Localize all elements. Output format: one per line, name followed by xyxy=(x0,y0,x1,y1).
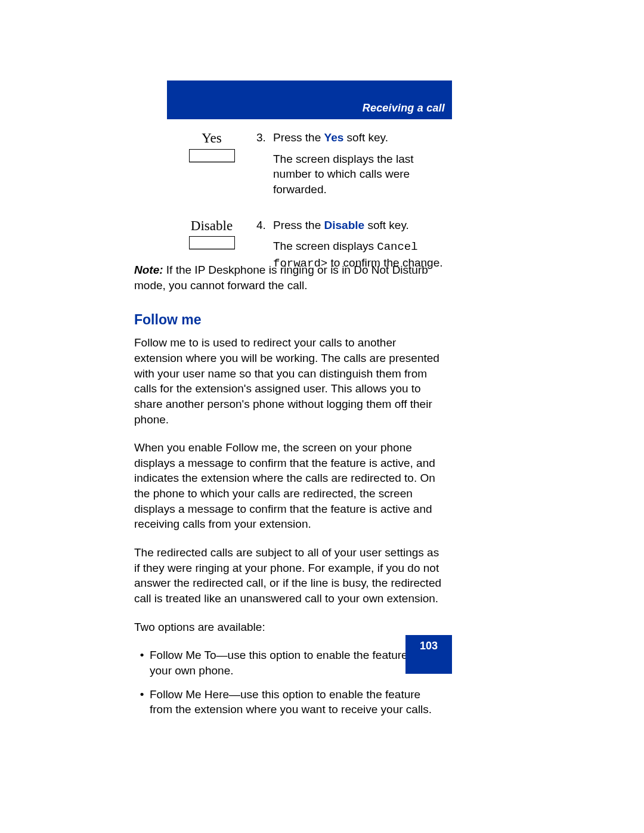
step-line: 4. Press the Disable soft key. xyxy=(256,218,452,233)
softkey-label-disable: Disable xyxy=(167,218,256,234)
paragraph: When you enable Follow me, the screen on… xyxy=(134,440,446,532)
text-fragment: soft key. xyxy=(364,219,409,231)
bullet-icon: • xyxy=(134,687,150,717)
step-number: 4. xyxy=(256,218,273,233)
step-line: 3. Press the Yes soft key. xyxy=(256,130,452,145)
softkey-box-icon xyxy=(189,149,235,162)
header-bar: Receiving a call xyxy=(167,80,452,119)
bullet-list: • Follow Me To—use this option to enable… xyxy=(134,648,446,717)
list-item-text: Follow Me Here—use this option to enable… xyxy=(150,687,446,717)
list-item-text: Follow Me To—use this option to enable t… xyxy=(150,648,446,678)
text-fragment: soft key. xyxy=(343,131,388,144)
document-page: Receiving a call Yes 3. Press the Yes so… xyxy=(0,0,644,833)
step-subtext: The screen displays the last number to w… xyxy=(273,151,452,197)
note-text: If the IP Deskphone is ringing or is in … xyxy=(134,264,428,292)
softkey-box-icon xyxy=(189,236,235,249)
step-number: 3. xyxy=(256,130,273,145)
paragraph: The redirected calls are subject to all … xyxy=(134,545,446,606)
step-text: 3. Press the Yes soft key. The screen di… xyxy=(256,130,452,203)
text-fragment: The screen displays xyxy=(273,240,377,252)
page-number: 103 xyxy=(420,640,438,652)
note-block: Note: If the IP Deskphone is ringing or … xyxy=(134,262,446,293)
paragraph: Two options are available: xyxy=(134,620,446,635)
list-item: • Follow Me Here—use this option to enab… xyxy=(134,687,446,717)
step-instruction: Press the Yes soft key. xyxy=(273,130,388,145)
softkey-visual: Yes xyxy=(167,130,256,203)
note-label: Note: xyxy=(134,264,163,276)
paragraph: Follow me to is used to redirect your ca… xyxy=(134,335,446,427)
bold-term-disable: Disable xyxy=(324,219,365,231)
softkey-label-yes: Yes xyxy=(167,130,256,147)
header-title: Receiving a call xyxy=(363,102,445,114)
step-instruction: Press the Disable soft key. xyxy=(273,218,409,233)
section-heading-follow-me: Follow me xyxy=(134,311,446,329)
text-fragment: Press the xyxy=(273,219,324,231)
bold-term-yes: Yes xyxy=(324,131,344,144)
text-fragment: Press the xyxy=(273,131,324,144)
bullet-icon: • xyxy=(134,648,150,678)
page-number-box: 103 xyxy=(405,635,452,674)
body-text: Note: If the IP Deskphone is ringing or … xyxy=(134,262,446,726)
list-item: • Follow Me To—use this option to enable… xyxy=(134,648,446,678)
step-row: Yes 3. Press the Yes soft key. The scree… xyxy=(167,130,452,203)
